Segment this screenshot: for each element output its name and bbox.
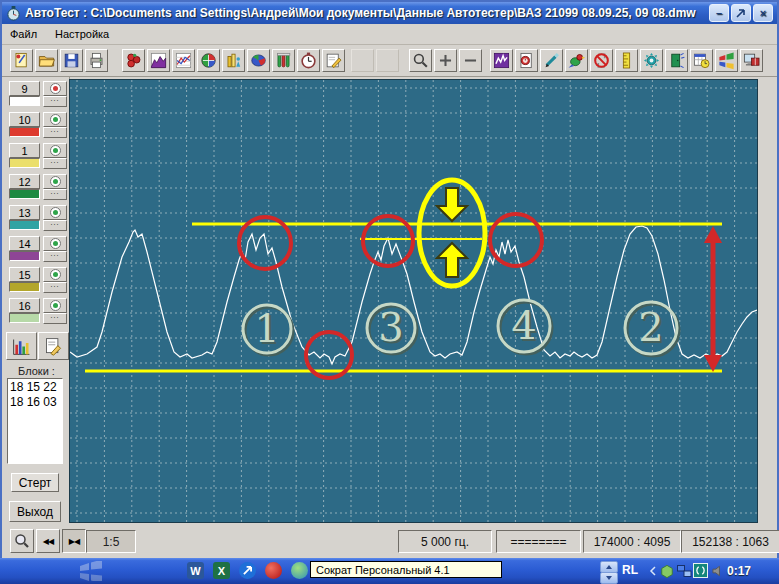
radio-ring-icon [50,238,61,249]
channel-radio[interactable] [43,267,67,282]
toolbar-windows-button[interactable] [715,49,738,72]
toolbar-tubes-button[interactable] [272,49,295,72]
toolbar-blank-button [376,49,399,72]
blocks-listbox[interactable]: 18 15 2218 16 03 [7,378,63,464]
channel-block-16: 16... [4,297,69,328]
taskbar-scroll-down[interactable] [600,572,618,584]
expand-scale-button[interactable]: ◀◀ [36,529,60,553]
close-button[interactable]: × [753,4,773,22]
toolbar-magnifier-button[interactable] [409,49,432,72]
channel-number-button[interactable]: 14 [9,236,40,251]
tray-volume-icon[interactable] [710,563,726,579]
channel-number-button[interactable]: 16 [9,298,40,313]
toolbar-doc-alarm-button[interactable] [515,49,538,72]
channel-options-button[interactable]: ... [43,158,67,169]
radio-ring-icon [50,83,61,94]
channel-options-button[interactable]: ... [43,251,67,262]
toolbar-new-note-button[interactable] [10,49,33,72]
toolbar-pen-button[interactable] [540,49,563,72]
restore-icon [736,8,746,18]
block-list-item[interactable]: 18 15 22 [10,380,60,395]
channel-number-button[interactable]: 15 [9,267,40,282]
app-icon [6,6,21,21]
oscilloscope-plot[interactable]: 11334422 [69,79,758,523]
red-app-quicklaunch-icon[interactable] [265,562,282,579]
erase-button[interactable]: Стерт [11,473,59,492]
lens-button[interactable] [10,529,34,553]
toolbar-open-folder-button[interactable] [35,49,58,72]
channel-radio[interactable] [43,236,67,251]
channel-number-button[interactable]: 12 [9,174,40,189]
save-icon [62,51,81,70]
toolbar-no-entry-button[interactable] [590,49,613,72]
block-list-item[interactable]: 18 16 03 [10,395,60,410]
channel-options-button[interactable]: ... [43,282,67,293]
channel-block-1: 1... [4,142,69,173]
channel-radio[interactable] [43,81,67,96]
channel-radio[interactable] [43,143,67,158]
taskbar-app-button[interactable]: Сократ Персональный 4.1 [310,561,502,578]
toolbar-bird-button[interactable] [565,49,588,72]
channel-options-button[interactable]: ... [43,96,67,107]
excel-quicklaunch-icon[interactable]: X [213,562,230,579]
browser-quicklaunch-icon[interactable] [239,562,256,579]
lens-icon [13,532,31,550]
toolbar-edit-note-button[interactable] [322,49,345,72]
tray-antivirus-icon[interactable] [693,563,708,578]
toolbar-door-button[interactable] [665,49,688,72]
toolbar-wave-button[interactable] [490,49,513,72]
tray-network-icon[interactable] [676,563,692,579]
globe-quicklaunch-icon[interactable] [291,562,308,579]
channel-panel: 9...10...1...12...13...14...15...16... Б… [4,77,70,558]
spheres-icon [124,51,143,70]
channel-options-button[interactable]: ... [43,127,67,138]
toolbar-area-chart-button[interactable] [147,49,170,72]
restore-button[interactable] [731,4,751,22]
toolbar-plus-button[interactable] [434,49,457,72]
channel-radio[interactable] [43,298,67,313]
magnifier-icon [411,51,430,70]
channel-options-button[interactable]: ... [43,189,67,200]
channel-number-button[interactable]: 10 [9,112,40,127]
compress-scale-button[interactable]: ▶◀ [62,529,86,553]
minimize-button[interactable]: – [709,4,729,22]
taskbar: W X Сократ Персональный 4.1 RL 0:17 [0,558,779,584]
channel-options-button[interactable]: ... [43,313,67,324]
toolbar-minus-button[interactable] [459,49,482,72]
channel-number-button[interactable]: 1 [9,143,40,158]
report-icon [43,336,64,357]
exit-button[interactable]: Выход [9,501,61,522]
channel-options-button[interactable]: ... [43,220,67,231]
tray-hexagon-icon[interactable] [659,563,675,579]
channel-number-button[interactable]: 13 [9,205,40,220]
toolbar-monitor-book-button[interactable] [740,49,763,72]
toolbar-ruler-button[interactable] [615,49,638,72]
toolbar-bar-person-button[interactable] [222,49,245,72]
toolbar-save-button[interactable] [60,49,83,72]
windows-logo-icon [78,561,104,581]
screen: АвтоТест : C:\Documents and Settings\Анд… [0,0,779,584]
language-indicator[interactable]: RL [622,563,638,577]
toolbar-print-button[interactable] [85,49,108,72]
toolbar-pie-chart-button[interactable] [197,49,220,72]
channel-radio[interactable] [43,174,67,189]
word-quicklaunch-icon[interactable]: W [187,562,204,579]
toolbar-pie-3d-button[interactable] [247,49,270,72]
channel-radio[interactable] [43,112,67,127]
menu-file[interactable]: Файл [10,28,37,40]
toolbar-group [715,49,765,72]
svg-text:1: 1 [254,305,279,351]
toolbar-stopwatch-button[interactable] [297,49,320,72]
toolbar-gear-button[interactable] [640,49,663,72]
channel-number-button[interactable]: 9 [9,81,40,96]
menu-settings[interactable]: Настройка [55,28,109,40]
report-button[interactable] [38,332,69,360]
channel-color-swatch [9,220,40,230]
toolbar-calendar-clock-button[interactable] [690,49,713,72]
radio-ring-icon [50,176,61,187]
channel-color-swatch [9,127,40,137]
channel-radio[interactable] [43,205,67,220]
toolbar-spheres-button[interactable] [122,49,145,72]
histogram-button[interactable] [6,332,37,360]
toolbar-line-chart-button[interactable] [172,49,195,72]
